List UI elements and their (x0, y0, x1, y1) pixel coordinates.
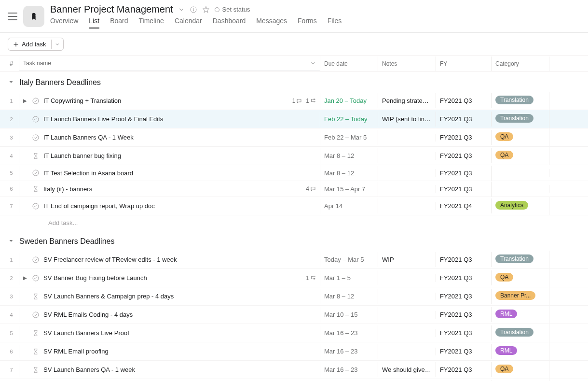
check-circle-icon[interactable] (32, 256, 40, 264)
due-cell[interactable]: Apr 14 (320, 198, 378, 213)
check-circle-icon[interactable] (32, 134, 40, 141)
check-circle-icon[interactable] (32, 311, 40, 319)
notes-cell[interactable] (378, 311, 436, 319)
category-cell[interactable]: QA (492, 147, 549, 165)
notes-cell[interactable] (378, 134, 436, 141)
fy-cell[interactable]: FY2021 Q3 (436, 148, 492, 163)
project-title[interactable]: Banner Project Management (50, 4, 173, 15)
fy-cell[interactable]: FY2021 Q3 (436, 252, 492, 267)
category-cell[interactable]: QA (492, 361, 549, 379)
tab-forms[interactable]: Forms (298, 17, 317, 28)
hourglass-icon[interactable] (32, 329, 40, 337)
fy-cell[interactable]: FY2021 Q3 (436, 307, 492, 322)
notes-cell[interactable]: Pending strategy ... (378, 93, 436, 108)
due-cell[interactable]: Mar 1 – 5 (320, 270, 378, 285)
task-name-cell[interactable]: ▶IT Test Selection in Asana board (19, 165, 320, 181)
category-cell[interactable]: Analytics (492, 197, 549, 215)
hourglass-icon[interactable] (32, 152, 40, 160)
check-circle-icon[interactable] (32, 97, 40, 105)
notes-cell[interactable] (378, 293, 436, 300)
hourglass-icon[interactable] (32, 348, 40, 355)
fy-cell[interactable]: FY2021 Q3 (436, 166, 492, 181)
category-tag[interactable]: QA (495, 151, 513, 159)
category-tag[interactable]: Translation (495, 114, 533, 123)
notes-cell[interactable]: We should give J... (378, 362, 436, 377)
category-cell[interactable]: Translation (492, 324, 549, 342)
task-row[interactable]: 5▶SV Launch Banners Live ProofMar 16 – 2… (0, 324, 588, 342)
add-task-dropdown[interactable] (51, 40, 63, 49)
check-circle-icon[interactable] (32, 115, 40, 123)
task-row[interactable]: 3▶IT Launch Banners QA - 1 WeekFeb 22 – … (0, 128, 588, 147)
task-name-cell[interactable]: ▶SV RML Emails Coding - 4 days (19, 307, 320, 323)
task-name-cell[interactable]: ▶Italy (it) - banners4 (19, 181, 320, 197)
add-task-button[interactable]: Add task (8, 38, 64, 51)
category-tag[interactable]: RML (495, 310, 517, 318)
task-row[interactable]: 7▶IT End of campaign report, Wrap up doc… (0, 197, 588, 215)
notes-cell[interactable] (378, 274, 436, 282)
due-cell[interactable]: Today – Mar 5 (320, 252, 378, 267)
fy-cell[interactable]: FY2021 Q3 (436, 270, 492, 285)
due-cell[interactable]: Mar 16 – 23 (320, 362, 378, 377)
tab-calendar[interactable]: Calendar (175, 17, 202, 28)
category-cell[interactable]: QA (492, 269, 549, 287)
category-tag[interactable]: Translation (495, 254, 533, 263)
tab-list[interactable]: List (89, 17, 99, 28)
fy-cell[interactable]: FY2021 Q3 (436, 362, 492, 377)
expand-caret-icon[interactable]: ▶ (23, 98, 28, 103)
fy-cell[interactable]: FY2021 Q3 (436, 325, 492, 340)
col-fy[interactable]: FY (436, 56, 492, 71)
due-cell[interactable]: Mar 10 – 15 (320, 307, 378, 322)
hourglass-icon[interactable] (32, 366, 40, 374)
category-cell[interactable]: QA (492, 379, 549, 381)
col-name[interactable]: Task name (19, 56, 320, 71)
due-cell[interactable]: Feb 22 – Today (320, 112, 378, 127)
expand-caret-icon[interactable]: ▶ (23, 275, 28, 281)
task-row[interactable]: 4▶SV RML Emails Coding - 4 daysMar 10 – … (0, 306, 588, 324)
task-row[interactable]: 5▶IT Test Selection in Asana boardMar 8 … (0, 165, 588, 181)
due-cell[interactable]: Mar 8 – 12 (320, 166, 378, 181)
category-cell[interactable]: QA (492, 128, 549, 146)
hourglass-icon[interactable] (32, 185, 40, 193)
notes-cell[interactable] (378, 202, 436, 210)
set-status-button[interactable]: Set status (215, 6, 250, 13)
task-name-cell[interactable]: ▶IT Launch Banners QA - 1 Week (19, 130, 320, 145)
fy-cell[interactable]: FY2021 Q3 (436, 344, 492, 359)
category-tag[interactable]: QA (495, 273, 513, 282)
category-tag[interactable]: Banner Pr... (495, 291, 535, 300)
due-cell[interactable]: Jan 20 – Today (320, 93, 378, 108)
check-circle-icon[interactable] (32, 202, 40, 210)
col-notes[interactable]: Notes (378, 56, 436, 71)
category-cell[interactable]: Banner Pr... (492, 287, 549, 305)
category-tag[interactable]: Analytics (495, 201, 528, 210)
category-tag[interactable]: Translation (495, 96, 533, 104)
tab-board[interactable]: Board (110, 17, 128, 28)
task-row[interactable]: 6▶Italy (it) - banners4 Mar 15 – Apr 7FY… (0, 181, 588, 197)
tab-timeline[interactable]: Timeline (139, 17, 164, 28)
notes-cell[interactable] (378, 185, 436, 193)
notes-cell[interactable] (378, 169, 436, 177)
category-cell[interactable] (492, 169, 549, 177)
task-name-cell[interactable]: ▶SV Banner Bug Fixing before Launch1 (19, 270, 320, 286)
due-cell[interactable]: Mar 8 – 12 (320, 148, 378, 163)
tab-files[interactable]: Files (328, 17, 342, 28)
task-name-cell[interactable]: ▶SV Freelancer review of TReview edits -… (19, 252, 320, 268)
due-cell[interactable]: Feb 22 – Mar 5 (320, 130, 378, 145)
check-circle-icon[interactable] (32, 169, 40, 177)
category-cell[interactable]: Translation (492, 251, 549, 268)
caret-down-icon[interactable] (8, 238, 15, 245)
col-due[interactable]: Due date (320, 56, 378, 71)
tab-messages[interactable]: Messages (256, 17, 287, 28)
task-row[interactable]: 7▶SV Launch Banners QA - 1 weekMar 16 – … (0, 361, 588, 379)
fy-cell[interactable]: FY2021 Q4 (436, 198, 492, 213)
due-cell[interactable]: Mar 8 – 12 (320, 289, 378, 304)
notes-cell[interactable] (378, 348, 436, 355)
category-tag[interactable]: QA (495, 132, 513, 141)
info-icon[interactable] (190, 6, 197, 14)
section-header[interactable]: Italy Banners Deadlines (0, 71, 588, 92)
category-cell[interactable]: RML (492, 342, 549, 360)
section-header[interactable]: Sweden Banners Deadlines (0, 230, 588, 251)
tab-overview[interactable]: Overview (50, 17, 78, 28)
task-row[interactable]: 6▶SV RML Email proofingMar 16 – 23FY2021… (0, 342, 588, 361)
hourglass-icon[interactable] (32, 293, 40, 300)
category-cell[interactable]: RML (492, 306, 549, 324)
